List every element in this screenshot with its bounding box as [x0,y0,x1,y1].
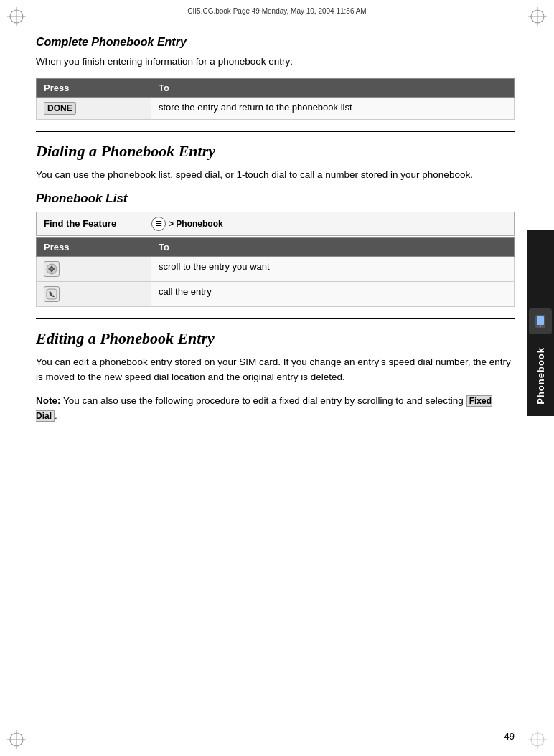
done-key-label: DONE [44,102,76,115]
table-header-press: Press [37,78,151,97]
table-header-to: To [151,78,515,97]
corner-mark-tr [527,6,548,27]
side-tab: Phonebook [527,230,554,416]
call-button-icon [44,286,60,302]
done-action-text: store the entry and return to the phoneb… [151,97,515,119]
note-period: . [55,410,57,421]
scroll-action-text: scroll to the entry you want [151,256,515,281]
complete-entry-title: Complete Phonebook Entry [36,36,515,49]
table-row: scroll to the entry you want [37,256,515,281]
svg-rect-13 [537,316,544,325]
dialing-section: Dialing a Phonebook Entry You can use th… [36,142,515,307]
main-content: Complete Phonebook Entry When you finish… [36,36,515,720]
editing-section: Editing a Phonebook Entry You can edit a… [36,329,515,424]
press-done-key: DONE [37,97,151,119]
press-nav-icon [37,256,151,281]
corner-mark-br [527,729,548,750]
complete-entry-body: When you finish entering information for… [36,55,515,70]
header-info: CII5.CG.book Page 49 Monday, May 10, 200… [187,7,366,15]
table-header-to-2: To [151,237,515,256]
svg-rect-21 [47,289,57,299]
call-action-text: call the entry [151,281,515,306]
find-feature-box: Find the Feature ☰ > Phonebook [36,212,515,236]
scroll-nav-icon [44,261,60,277]
complete-entry-section: Complete Phonebook Entry When you finish… [36,36,515,120]
phone-icon [529,308,552,334]
svg-point-14 [540,326,541,327]
dialing-body: You can use the phonebook list, speed di… [36,168,515,183]
menu-circle-icon: ☰ [151,217,166,231]
note-label: Note: [36,395,61,406]
note-body: You can also use the following procedure… [63,395,466,406]
phonebook-list-title: Phonebook List [36,192,515,206]
find-feature-path-text: > Phonebook [169,219,223,229]
dialing-title: Dialing a Phonebook Entry [36,142,515,161]
svg-point-20 [50,268,53,270]
corner-mark-bl [6,729,27,750]
table-row: call the entry [37,281,515,306]
table-row: DONE store the entry and return to the p… [37,97,515,119]
phonebook-list-table: Press To [36,237,515,307]
find-feature-label: Find the Feature [44,218,151,229]
find-feature-path: ☰ > Phonebook [151,217,223,231]
page-number: 49 [504,731,515,742]
section-divider-1 [36,131,515,132]
table-header-press-2: Press [37,237,151,256]
editing-note: Note: You can also use the following pro… [36,394,515,424]
section-divider-2 [36,318,515,319]
complete-entry-table: Press To DONE store the entry and return… [36,78,515,120]
editing-title: Editing a Phonebook Entry [36,329,515,348]
editing-body: You can edit a phonebook entry stored on… [36,355,515,385]
phonebook-list-section: Phonebook List Find the Feature ☰ > Phon… [36,192,515,307]
press-call-icon [37,281,151,306]
page-container: CII5.CG.book Page 49 Monday, May 10, 200… [0,0,554,756]
side-tab-label: Phonebook [535,347,546,405]
corner-mark-tl [6,6,27,27]
